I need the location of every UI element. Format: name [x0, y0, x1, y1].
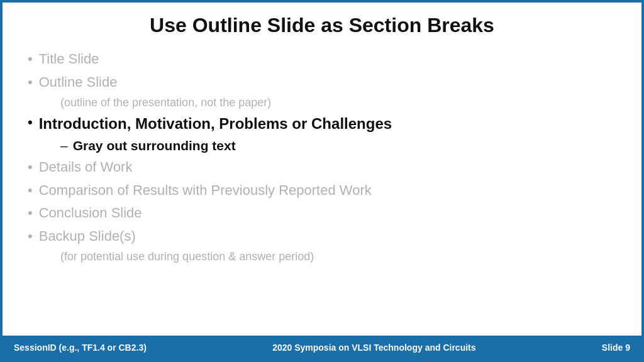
bullet-dot: •	[28, 73, 33, 92]
footer-left: SessionID (e.g., TF1.4 or CB2.3)	[14, 343, 147, 353]
bullet-dot: •	[28, 204, 33, 223]
footer-right: Slide 9	[602, 343, 630, 353]
sub-text: Gray out surrounding text	[73, 136, 236, 155]
bullet-dot: •	[28, 113, 33, 133]
bullet-list: • Title Slide • Outline Slide (outline o…	[28, 48, 616, 265]
bullet-text: Comparison of Results with Previously Re…	[39, 181, 372, 200]
slide-title: Use Outline Slide as Section Breaks	[28, 14, 616, 37]
outline-note: (outline of the presentation, not the pa…	[28, 95, 616, 111]
bullet-text: Introduction, Motivation, Problems or Ch…	[39, 113, 392, 134]
bullet-dot: •	[28, 158, 33, 177]
bullet-dot: •	[28, 50, 33, 69]
bullet-text: Title Slide	[39, 50, 99, 69]
dash: –	[60, 136, 68, 155]
bullet-item-conclusion-slide: • Conclusion Slide	[28, 202, 616, 224]
footer-center: 2020 Symposia on VLSI Technology and Cir…	[272, 343, 475, 353]
sub-item-gray-out: – Gray out surrounding text	[28, 136, 616, 155]
bullet-item-outline-slide: • Outline Slide	[28, 72, 616, 94]
bullet-item-intro-slide: • Introduction, Motivation, Problems or …	[28, 112, 616, 136]
bullet-text: Details of Work	[39, 158, 133, 177]
slide-content: Use Outline Slide as Section Breaks • Ti…	[3, 3, 641, 336]
bullet-item-comparison-slide: • Comparison of Results with Previously …	[28, 180, 616, 202]
bullet-item-details-slide: • Details of Work	[28, 156, 616, 178]
bullet-text: Outline Slide	[39, 73, 118, 92]
slide-footer: SessionID (e.g., TF1.4 or CB2.3) 2020 Sy…	[3, 336, 641, 359]
bullet-dot: •	[28, 227, 33, 246]
bullet-item-backup-slide: • Backup Slide(s)	[28, 226, 616, 248]
bullet-item-title-slide: • Title Slide	[28, 48, 616, 70]
bullet-text: Backup Slide(s)	[39, 227, 136, 246]
bullet-text: Conclusion Slide	[39, 204, 142, 223]
backup-note: (for potential use during question & ans…	[28, 249, 616, 265]
slide-container: Use Outline Slide as Section Breaks • Ti…	[0, 0, 644, 362]
bullet-dot: •	[28, 181, 33, 200]
